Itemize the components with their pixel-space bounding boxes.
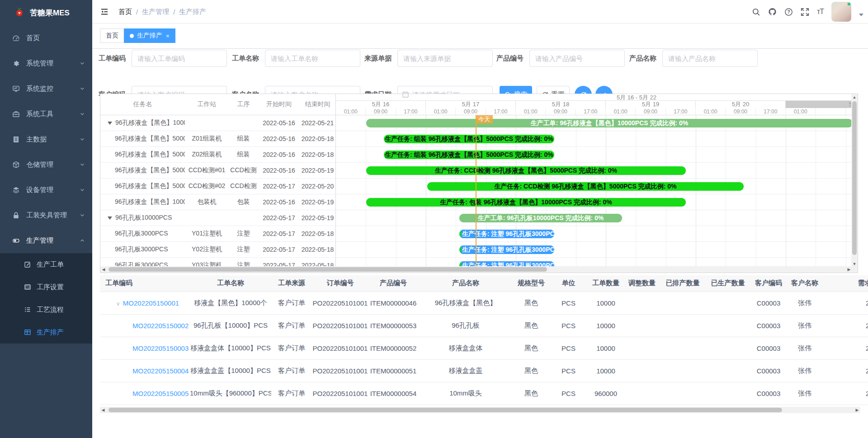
order-link[interactable]: MO202205150003 — [132, 344, 189, 352]
gantt-hour: 09:00 — [636, 108, 665, 115]
order-cell-sched_qty — [660, 292, 705, 314]
order-cell-prod_qty — [705, 359, 750, 382]
sidebar-item-6[interactable]: 设备管理 — [0, 177, 92, 203]
task-bar[interactable]: 生产任务: 注塑 96孔孔板3000PCS 完成比例: 0% — [459, 245, 554, 254]
tab-home[interactable]: 首页 — [100, 28, 124, 43]
gantt-hour: 09:00 — [546, 108, 576, 115]
search-icon[interactable] — [752, 8, 760, 16]
gantt-hscrollbar[interactable]: ◀ ▶ — [100, 266, 852, 273]
submenu-item-0[interactable]: 生产工单 — [0, 253, 92, 276]
filter-input-0-0[interactable] — [132, 50, 227, 67]
scroll-right-icon[interactable]: ▶ — [854, 407, 860, 413]
breadcrumb-scheduling[interactable]: 生产排产 — [179, 8, 206, 16]
task-bar[interactable]: 生产任务: 组装 96孔移液盒【黑色】5000PCS 完成比例: 0% — [384, 135, 554, 143]
order-cell-product: 10mm吸头 — [418, 382, 513, 405]
gantt-task-row[interactable]: 96孔孔板3000PCSY02注塑机注塑2022-05-172022-05-18 — [100, 242, 335, 258]
task-bar[interactable]: 生产任务: 组装 96孔移液盒【黑色】5000PCS 完成比例: 0% — [384, 151, 554, 159]
filter-input-0-2[interactable] — [397, 50, 493, 67]
filter-input-0-4[interactable] — [662, 50, 758, 67]
gantt-task-row[interactable]: 96孔移液盒【黑色】10000PCS包装机包装2022-05-162022-05… — [100, 194, 335, 210]
task-end: 2022-05-18 — [300, 230, 335, 237]
scroll-left-icon[interactable]: ◀ — [100, 266, 107, 273]
sidebar-fold-icon[interactable] — [100, 7, 109, 16]
task-end: 2022-05-18 — [300, 135, 335, 142]
order-link[interactable]: MO202205150005 — [132, 390, 189, 397]
task-bar[interactable]: 生产任务: 注塑 96孔孔板3000PCS 完成比例: 0% — [459, 230, 554, 238]
sidebar-item-3[interactable]: 系统工具 — [0, 101, 92, 127]
row-expand-icon[interactable]: ∨ — [116, 301, 120, 307]
task-end: 2022-05-21 — [300, 119, 335, 127]
task-start: 2022-05-16 — [258, 151, 300, 158]
order-cell-item_no: ITEM00000051 — [368, 359, 418, 382]
collapse-triangle-icon[interactable] — [108, 122, 112, 125]
gantt-task-row[interactable]: 96孔移液盒【黑色】5000PCSZ01组装机组装2022-05-162022-… — [100, 131, 335, 147]
task-bar[interactable]: 生产任务: CCD检测 96孔移液盒【黑色】5000PCS 完成比例: 0% — [366, 166, 686, 175]
app-logo[interactable]: 苦糖果MES — [0, 0, 92, 25]
gantt-chart-row: 生产任务: 组装 96孔移液盒【黑色】5000PCS 完成比例: 0% — [336, 147, 852, 163]
task-station: Y01注塑机 — [185, 230, 229, 238]
gantt-task-row[interactable]: 96孔移液盒【黑色】5000PCSZ02组装机组装2022-05-162022-… — [100, 147, 335, 163]
orders-hscroll-thumb[interactable] — [108, 408, 782, 412]
filter-input-0-1[interactable] — [265, 50, 360, 67]
tab-scheduling[interactable]: 生产排产 × — [124, 28, 175, 43]
breadcrumb-production[interactable]: 生产管理 — [142, 8, 169, 16]
order-bar[interactable]: 生产工单: 96孔移液盒【黑色】10000PCS 完成比例: 0% — [366, 119, 852, 127]
order-bar[interactable]: 生产工单: 96孔孔板10000PCS 完成比例: 0% — [459, 214, 622, 222]
task-bar[interactable]: 生产任务: CCD检测 96孔移液盒【黑色】5000PCS 完成比例: 0% — [427, 182, 744, 191]
submenu-item-1[interactable]: 工序设置 — [0, 276, 92, 298]
order-cell-product: 96孔移液盒【黑色】 — [418, 292, 513, 314]
toolbox-icon — [12, 110, 20, 118]
order-cell-spec: 黑色 — [513, 359, 549, 382]
gantt-vscrollbar[interactable]: ▲ ▼ — [851, 94, 858, 267]
gantt-task-row[interactable]: 96孔移液盒【黑色】10000PCS2022-05-162022-05-21 — [100, 115, 335, 131]
gantt-task-row[interactable]: 96孔孔板10000PCS2022-05-172022-05-19 — [100, 210, 335, 226]
task-name: 96孔孔板3000PCS — [100, 230, 185, 238]
order-row[interactable]: MO20220515000296孔孔板【10000】PCS客户订单PO20220… — [100, 314, 868, 337]
submenu-item-3[interactable]: 生产排产 — [0, 321, 92, 344]
sidebar-item-7[interactable]: 工装夹具管理 — [0, 203, 92, 228]
close-tab-icon[interactable]: × — [166, 33, 170, 39]
order-row[interactable]: MO202205150004移液盒盒盖【10000】PCS客户订单PO20220… — [100, 359, 868, 382]
breadcrumb-home[interactable]: 首页 — [118, 8, 132, 16]
sidebar-item-8[interactable]: 生产管理 — [0, 228, 92, 253]
order-row[interactable]: ∨MO202205150001移液盒【黑色】10000个客户订单PO202205… — [100, 292, 868, 314]
scroll-up-icon[interactable]: ▲ — [851, 94, 858, 100]
github-icon[interactable] — [768, 8, 777, 16]
selected-bar-label: 生产任务: 注塑 96孔孔板3000PCS 完成比例: 0% — [461, 245, 554, 254]
task-bar[interactable]: 生产任务: 包装 96孔移液盒【黑色】10000PCS 完成比例: 0% — [366, 198, 686, 207]
task-start: 2022-05-16 — [258, 135, 300, 142]
filter-input-0-3[interactable] — [529, 50, 625, 67]
submenu-item-2[interactable]: 工艺流程 — [0, 298, 92, 321]
chevron-down-icon[interactable] — [859, 14, 863, 16]
sidebar-item-label: 主数据 — [26, 135, 80, 144]
fullscreen-icon[interactable] — [801, 8, 809, 16]
order-link[interactable]: MO202205150002 — [132, 322, 189, 330]
gantt-hscroll-thumb[interactable] — [108, 267, 547, 272]
order-link[interactable]: MO202205150004 — [132, 367, 189, 375]
order-row[interactable]: MO202205150003移液盒盒体【10000】PCS客户订单PO20220… — [100, 337, 868, 359]
task-process: 组装 — [229, 151, 258, 159]
sidebar-item-2[interactable]: 系统监控 — [0, 76, 92, 101]
task-start: 2022-05-17 — [258, 246, 300, 253]
help-icon[interactable]: ? — [784, 8, 793, 16]
scroll-left-icon[interactable]: ◀ — [100, 407, 106, 413]
collapse-triangle-icon[interactable] — [108, 217, 112, 220]
sidebar-item-1[interactable]: 系统管理 — [0, 51, 92, 76]
sidebar-item-0[interactable]: 首页 — [0, 25, 92, 51]
gantt-task-row[interactable]: 96孔移液盒【黑色】5000PCSCCD检测#01CCD检测2022-05-16… — [100, 163, 335, 179]
order-cell-item_no: ITEM00000054 — [368, 382, 418, 405]
order-cell-cust_code: C00003 — [750, 359, 787, 382]
gantt-vscroll-thumb[interactable] — [852, 101, 857, 255]
gantt-task-row[interactable]: 96孔孔板3000PCSY01注塑机注塑2022-05-172022-05-18 — [100, 226, 335, 242]
order-link[interactable]: MO202205150001 — [123, 299, 179, 307]
gantt-task-row[interactable]: 96孔移液盒【黑色】5000PCSCCD检测#02CCD检测2022-05-17… — [100, 179, 335, 194]
sidebar-item-5[interactable]: 仓储管理 — [0, 152, 92, 177]
avatar[interactable] — [831, 2, 851, 22]
order-cell-product: 移液盒盒体 — [418, 337, 513, 359]
font-size-icon[interactable]: ᴛT — [817, 8, 824, 16]
order-row[interactable]: MO20220515000510mm吸头【960000】PCS客户订单PO202… — [100, 382, 868, 405]
orders-hscrollbar[interactable]: ◀ ▶ — [100, 407, 860, 413]
gantt-task-row[interactable]: 96孔孔板3000PCSY03注塑机注塑2022-05-172022-05-18 — [100, 258, 335, 267]
task-start: 2022-05-16 — [258, 198, 300, 206]
sidebar-item-4[interactable]: 主数据 — [0, 127, 92, 152]
